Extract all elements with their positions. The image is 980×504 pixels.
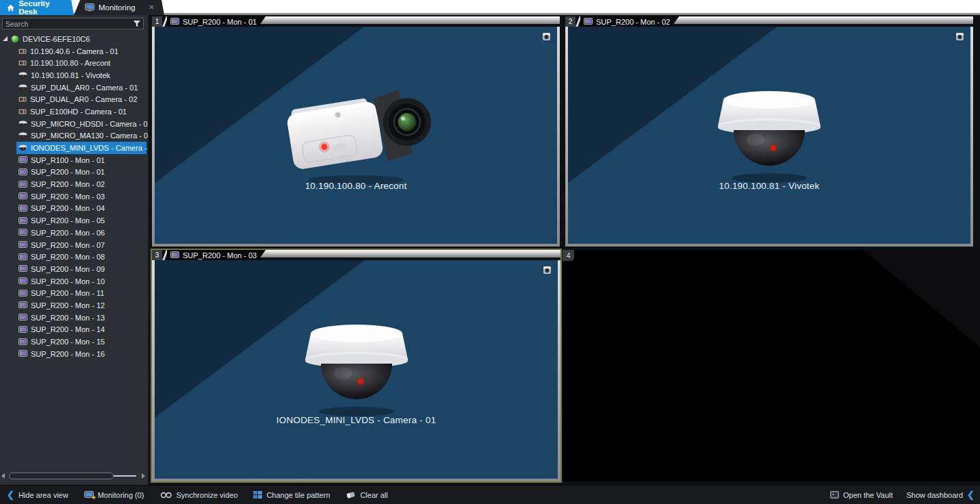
open-vault-button[interactable]: Open the Vault [830,491,893,499]
expander-icon[interactable] [3,36,8,41]
tile-2-header: 2 SUP_R200 - Mon - 02 [565,16,973,27]
tree-item[interactable]: SUP_R200 - Mon - 11 [16,287,146,299]
tile-canvas: 1 SUP_R200 - Mon - 01 [151,15,980,485]
tree-item[interactable]: SUP_MICRO_HDSDI - Camera - 01 [16,118,146,130]
tile-header-bar [260,16,560,24]
tree-item[interactable]: 10.190.40.6 - Camera - 01 [16,45,146,58]
tree-item[interactable]: SUP_R200 - Mon - 15 [16,336,146,348]
video-tile-2[interactable]: 2 SUP_R200 - Mon - 02 [565,16,973,247]
clear-all-button[interactable]: Clear all [346,490,387,499]
tile-monitor-label: SUP_R200 - Mon - 03 [167,250,266,260]
tree-item[interactable]: SUP_R200 - Mon - 13 [16,312,146,324]
tile-monitor-label: SUP_R200 - Mon - 02 [580,16,679,27]
sync-link-icon [160,492,172,499]
scroll-right-icon[interactable] [142,473,145,479]
synchronize-video-button[interactable]: Synchronize video [160,491,238,499]
tree-item-label: SUP_MICRO_HDSDI - Camera - 01 [31,120,148,128]
tree-item[interactable]: SUP_R200 - Mon - 06 [16,227,146,239]
taskbar: ❮ Hide area view ★ Monitoring (0) [0,485,980,504]
dome-camera-image [701,77,838,186]
tab-monitoring[interactable]: Monitoring ✕ [74,0,164,15]
tree-item[interactable]: SUP_MICRO_MA130 - Camera - 01 [16,130,146,142]
tree-item-label: SUP_R100 - Mon - 01 [31,156,105,164]
tab-strip: Security Desk Monitoring ✕ [0,0,980,15]
dome-camera-icon [18,121,27,127]
box-camera-icon [18,108,27,115]
tree-item[interactable]: SUP_R200 - Mon - 10 [16,275,146,288]
tile-1-video[interactable]: 10.190.100.80 - Arecont [155,27,557,244]
scroll-left-icon[interactable] [1,473,5,479]
tree-item[interactable]: SUP_R200 - Mon - 05 [16,214,146,227]
area-view-sidebar: DEVICE-6EFE10C6 10.190.40.6 - Camera - 0… [0,15,149,485]
box-camera-icon [18,60,27,66]
tree-item-label: SUP_R200 - Mon - 04 [31,204,105,212]
video-tile-4-empty[interactable]: 4 [563,250,980,481]
tab-security-desk[interactable]: Security Desk [0,0,74,15]
tree-item[interactable]: SUP_R200 - Mon - 04 [16,203,146,215]
tab-label: Security Desk [18,0,67,16]
tile-number: 3 [152,250,162,260]
tree-item-label: SUP_R200 - Mon - 13 [31,314,105,322]
eraser-icon [346,490,356,499]
dome-camera-icon [18,84,27,91]
tree-item[interactable]: SUP_R200 - Mon - 14 [16,324,146,336]
tree-item[interactable]: SUP_DUAL_AR0 - Camera - 02 [16,93,146,105]
hide-area-view-button[interactable]: ❮ Hide area view [7,490,68,499]
tree-item-label: SUP_R200 - Mon - 07 [31,241,105,249]
tree-item[interactable]: IONODES_MINI_LVDS - Camera - 01 [16,142,146,154]
tree-item[interactable]: SUP_R200 - Mon - 12 [16,299,146,312]
monitor-icon [18,229,27,236]
search-box [2,18,144,29]
tile-frame: 10.190.100.81 - Vivotek [565,27,973,247]
tree-item[interactable]: SUP_R100 - Mon - 01 [16,154,146,166]
box-camera-image [270,77,441,186]
tree-item[interactable]: SUP_R200 - Mon - 09 [16,263,146,275]
chevron-left-icon: ❮ [7,490,14,499]
tree-item[interactable]: SUP_R200 - Mon - 02 [16,178,146,190]
close-icon[interactable]: ✕ [149,4,155,11]
tree-item[interactable]: SUP_R200 - Mon - 03 [16,190,146,203]
tree-item[interactable]: SUP_DUAL_AR0 - Camera - 01 [16,81,146,94]
tree-item-label: SUP_R200 - Mon - 14 [31,325,105,333]
tile-2-video[interactable]: 10.190.100.81 - Vivotek [568,27,970,244]
tree-item-label: SUP_R200 - Mon - 09 [31,265,105,273]
video-tile-1[interactable]: 1 SUP_R200 - Mon - 01 [152,16,560,247]
monitor-icon [18,192,27,200]
change-tile-pattern-button[interactable]: Change tile pattern [253,491,330,499]
tree-item-label: SUP_R200 - Mon - 12 [31,301,105,310]
monitoring-task-button[interactable]: ★ Monitoring (0) [84,491,144,499]
show-dashboard-button[interactable]: Show dashboard ❮ [907,490,975,499]
tree-item[interactable]: SUP_R200 - Mon - 08 [16,251,146,263]
search-input[interactable] [3,20,133,28]
tree-item-label: SUP_R200 - Mon - 10 [31,277,105,286]
scroll-groove [114,475,136,477]
sidebar-horizontal-scrollbar[interactable] [1,472,145,480]
tree-item[interactable]: SUP_R200 - Mon - 07 [16,239,146,251]
device-icon [11,35,19,43]
tree-item[interactable]: SUP_R200 - Mon - 01 [16,166,146,179]
tree-item[interactable]: 10.190.100.80 - Arecont [16,57,146,69]
tab-label: Monitoring [99,3,136,12]
tree-item[interactable]: SUP_R200 - Mon - 16 [16,348,146,360]
taskbar-right: Open the Vault Show dashboard ❮ [830,490,975,499]
tile-3-video[interactable]: IONODES_MINI_LVDS - Camera - 01 [155,260,558,479]
chevron-left-icon: ❮ [967,490,975,499]
tree-item-label: 10.190.100.80 - Arecont [30,59,110,67]
filter-icon[interactable] [133,20,141,28]
tile-number: 4 [563,250,574,261]
tree-item-label: SUP_R200 - Mon - 15 [31,338,105,346]
tree-item-label: SUP_R200 - Mon - 02 [31,180,105,188]
tree-root-device[interactable]: DEVICE-6EFE10C6 [0,33,148,45]
video-tile-3-selected[interactable]: 3 SUP_R200 - Mon - 03 [151,249,562,483]
dome-camera-icon [18,144,27,151]
dome-camera-image [288,310,425,420]
monitoring-tab-icon [85,3,94,12]
monitor-icon [18,265,27,273]
tree-item-label: SUP_R200 - Mon - 08 [31,253,105,261]
scroll-thumb[interactable] [9,473,114,479]
monitor-icon [18,326,27,333]
box-camera-icon [18,48,27,55]
tree-item[interactable]: 10.190.100.81 - Vivotek [16,69,146,81]
security-desk-window: Security Desk Monitoring ✕ [0,0,980,504]
tree-item[interactable]: SUP_E100HD - Camera - 01 [16,105,146,118]
